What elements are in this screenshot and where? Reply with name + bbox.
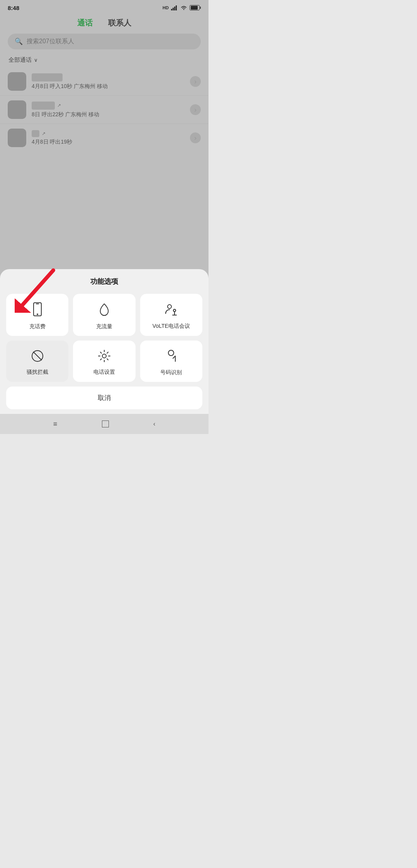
sheet-grid: 充话费 充流量: [6, 294, 202, 382]
settings-icon: [98, 349, 111, 364]
svg-point-14: [102, 354, 106, 358]
sheet-overlay: 功能选项 充话费 充: [0, 0, 208, 434]
cancel-button[interactable]: 取消: [6, 387, 202, 409]
sheet-item-number-id[interactable]: 号码识别: [140, 341, 202, 382]
sheet-item-label-volte: VoLTE电话会议: [153, 322, 190, 329]
sheet-item-recharge-data[interactable]: 充流量: [73, 294, 135, 336]
bottom-sheet: 功能选项 充话费 充: [0, 269, 208, 434]
volte-icon: [164, 303, 178, 319]
sheet-item-phone-settings[interactable]: 电话设置: [73, 341, 135, 382]
svg-point-15: [168, 350, 174, 356]
sheet-item-label-recharge-data: 充流量: [96, 323, 112, 330]
sheet-item-label-number-id: 号码识别: [160, 369, 182, 376]
nav-back-icon[interactable]: ‹: [153, 420, 155, 427]
svg-point-7: [37, 314, 38, 315]
sheet-item-block[interactable]: 骚扰拦截: [6, 341, 68, 382]
sheet-title: 功能选项: [6, 277, 202, 286]
nav-home-icon[interactable]: [102, 420, 109, 427]
sheet-item-label-block: 骚扰拦截: [27, 368, 48, 375]
sheet-item-volte[interactable]: VoLTE电话会议: [140, 294, 202, 336]
block-icon: [31, 349, 44, 364]
sheet-item-recharge-phone[interactable]: 充话费: [6, 294, 68, 336]
svg-point-8: [168, 305, 171, 309]
number-id-icon: [164, 349, 178, 365]
svg-rect-6: [36, 303, 39, 304]
nav-menu-icon[interactable]: ≡: [53, 420, 58, 428]
sheet-item-label-recharge-phone: 充话费: [29, 323, 46, 330]
phone-recharge-icon: [31, 302, 44, 319]
data-recharge-icon: [98, 302, 110, 319]
sheet-item-label-phone-settings: 电话设置: [93, 368, 115, 375]
svg-line-13: [33, 352, 42, 360]
